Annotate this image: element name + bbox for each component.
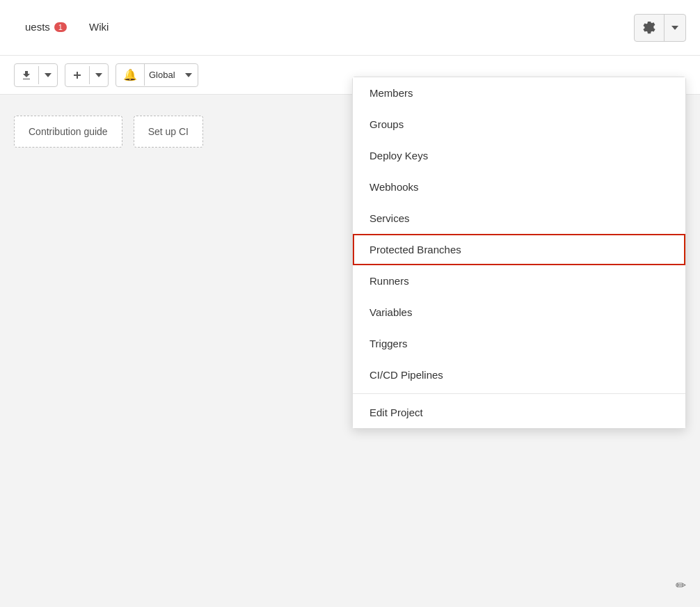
notification-button[interactable]: 🔔 Global <box>116 63 198 87</box>
gear-svg-icon <box>643 22 655 34</box>
dropdown-item-protected-branches[interactable]: Protected Branches <box>353 234 685 265</box>
contribution-guide-button[interactable]: Contribution guide <box>14 116 122 148</box>
dropdown-divider <box>353 393 685 394</box>
download-icon <box>15 66 39 84</box>
dropdown-item-deploy-keys[interactable]: Deploy Keys <box>353 140 685 171</box>
bell-symbol: 🔔 <box>123 68 137 81</box>
settings-dropdown-caret[interactable] <box>665 19 685 37</box>
tab-requests-label: uests <box>25 21 50 33</box>
set-up-ci-label: Set up CI <box>148 126 189 137</box>
dropdown-item-ci-cd-pipelines[interactable]: CI/CD Pipelines <box>353 359 685 391</box>
dropdown-item-services[interactable]: Services <box>353 203 685 234</box>
dropdown-item-members[interactable]: Members <box>353 77 685 109</box>
tab-wiki[interactable]: Wiki <box>78 0 120 56</box>
add-dropdown-arrow <box>95 73 102 77</box>
dropdown-item-edit-project[interactable]: Edit Project <box>353 397 685 428</box>
add-caret-icon[interactable] <box>90 69 108 81</box>
settings-dropdown-menu: MembersGroupsDeploy KeysWebhooksServices… <box>352 77 686 429</box>
top-bar: uests 1 Wiki <box>0 0 700 56</box>
plus-icon <box>65 66 90 84</box>
tab-wiki-label: Wiki <box>89 21 109 33</box>
add-button[interactable] <box>65 63 109 87</box>
dropdown-item-variables[interactable]: Variables <box>353 297 685 328</box>
bell-icon: 🔔 <box>116 64 145 86</box>
main-area: 🔔 Global Contribution guide Set up CI Me… <box>0 56 700 607</box>
settings-gear-button[interactable] <box>634 14 686 42</box>
dropdown-item-triggers[interactable]: Triggers <box>353 328 685 359</box>
tab-list: uests 1 Wiki <box>14 0 120 56</box>
download-dropdown-arrow <box>45 73 51 77</box>
tab-requests[interactable]: uests 1 <box>14 0 78 56</box>
download-button[interactable] <box>14 63 58 87</box>
notification-caret-icon[interactable] <box>180 69 198 81</box>
dropdown-item-runners[interactable]: Runners <box>353 265 685 297</box>
contribution-guide-label: Contribution guide <box>29 126 108 137</box>
pencil-icon[interactable]: ✏ <box>676 578 686 592</box>
dropdown-item-groups[interactable]: Groups <box>353 109 685 140</box>
notification-label: Global <box>145 70 180 80</box>
dropdown-item-webhooks[interactable]: Webhooks <box>353 171 685 203</box>
tab-requests-badge: 1 <box>54 22 67 32</box>
download-caret-icon[interactable] <box>39 69 57 81</box>
caret-down-icon <box>671 26 678 30</box>
gear-icon[interactable] <box>635 15 665 41</box>
set-up-ci-button[interactable]: Set up CI <box>134 116 203 148</box>
top-right-actions <box>634 14 686 42</box>
pencil-area: ✏ <box>676 578 686 593</box>
notification-dropdown-arrow <box>185 73 192 77</box>
